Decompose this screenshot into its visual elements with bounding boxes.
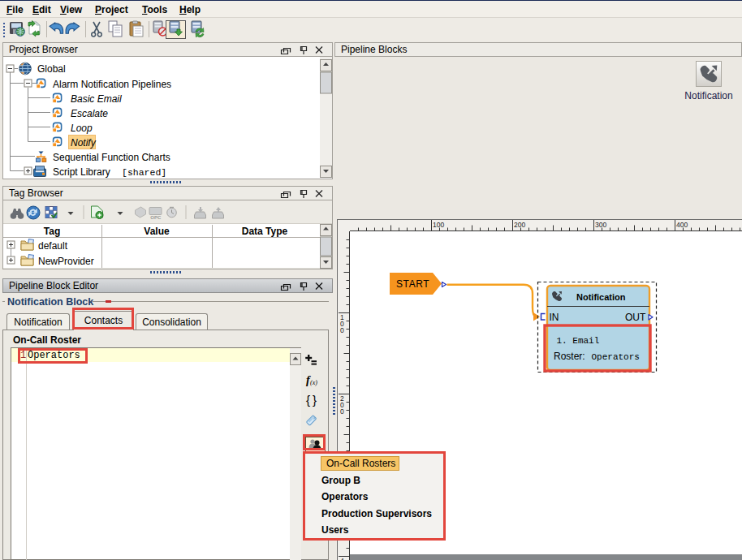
svg-text:OPC: OPC (150, 215, 162, 220)
svg-text:Global: Global (37, 63, 66, 75)
svg-text:Loop: Loop (71, 123, 93, 134)
svg-text:Roster:: Roster: (554, 351, 585, 362)
svg-text:Sequential Function Charts: Sequential Function Charts (53, 152, 170, 163)
svg-text:4: 4 (340, 557, 344, 560)
svg-text:1. Email: 1. Email (557, 336, 600, 346)
svg-text:0: 0 (340, 407, 344, 416)
svg-text:Notify: Notify (71, 137, 97, 149)
svg-text:default: default (38, 240, 68, 252)
svg-text:(x): (x) (310, 379, 317, 386)
svg-text:100: 100 (433, 221, 444, 229)
svg-text:Operators: Operators (592, 352, 640, 362)
svg-text:Notification: Notification (576, 292, 626, 302)
svg-text:300: 300 (595, 221, 606, 229)
svg-text:Tag: Tag (44, 226, 60, 237)
svg-text:START: START (396, 278, 429, 290)
svg-text:Data Type: Data Type (242, 226, 288, 237)
svg-text:400: 400 (676, 221, 688, 229)
svg-text:Value: Value (144, 226, 170, 237)
svg-text:OUT: OUT (625, 312, 646, 323)
svg-text:NewProvider: NewProvider (38, 256, 94, 267)
svg-text:Escalate: Escalate (71, 108, 108, 119)
svg-text:[shared]: [shared] (122, 167, 166, 178)
svg-text:Script Library: Script Library (53, 166, 110, 178)
svg-text:200: 200 (514, 221, 525, 229)
svg-text:Basic Email: Basic Email (71, 93, 122, 105)
svg-text:{ }: { } (306, 393, 317, 407)
svg-text:IN: IN (550, 312, 559, 323)
svg-text:0: 0 (340, 489, 344, 497)
svg-text:0: 0 (340, 326, 344, 334)
svg-text:Alarm Notification Pipelines: Alarm Notification Pipelines (53, 79, 171, 90)
